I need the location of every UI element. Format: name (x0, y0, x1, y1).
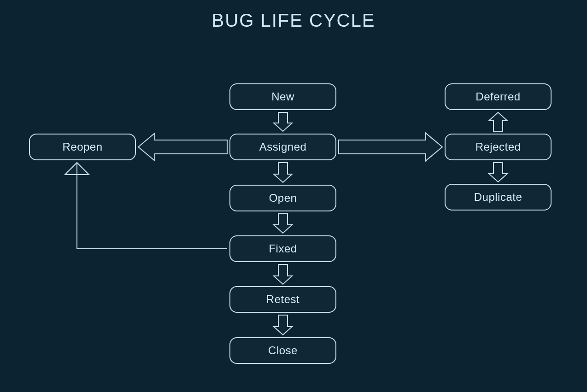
node-duplicate: Duplicate (445, 184, 552, 211)
node-deferred: Deferred (445, 83, 552, 110)
node-label: Deferred (475, 90, 520, 103)
node-label: Fixed (269, 242, 297, 255)
node-label: Close (268, 344, 298, 357)
node-new: New (229, 83, 336, 110)
arrow-fixed-to-retest (274, 264, 292, 284)
node-label: Assigned (259, 140, 307, 153)
arrow-assigned-to-reopen (138, 133, 227, 161)
node-assigned: Assigned (229, 134, 336, 160)
node-close: Close (229, 337, 336, 364)
arrow-assigned-to-open (274, 163, 292, 182)
node-label: Duplicate (474, 191, 522, 204)
node-reopen: Reopen (29, 134, 136, 160)
node-label: Rejected (475, 140, 521, 153)
node-open: Open (229, 185, 336, 211)
node-rejected: Rejected (445, 134, 552, 160)
diagram-title: BUG LIFE CYCLE (0, 10, 587, 31)
arrow-retest-to-close (274, 315, 292, 335)
node-label: New (271, 90, 294, 103)
diagram-stage: BUG LIFE CYCLE New Assigned Open Fixed R… (0, 0, 587, 392)
node-label: Retest (266, 293, 299, 306)
arrow-open-to-fixed (274, 213, 292, 233)
arrow-assigned-to-rejected (339, 133, 442, 161)
node-label: Open (269, 192, 297, 205)
arrow-rejected-to-deferred (489, 112, 507, 131)
arrow-fixed-to-reopen-elbow-line (77, 163, 227, 249)
arrow-rejected-to-duplicate (489, 163, 507, 182)
node-fixed: Fixed (229, 235, 336, 262)
node-retest: Retest (229, 286, 336, 313)
arrow-fixed-to-reopen-elbow-head (65, 163, 89, 175)
arrow-new-to-assigned (274, 112, 292, 131)
node-label: Reopen (62, 140, 102, 153)
